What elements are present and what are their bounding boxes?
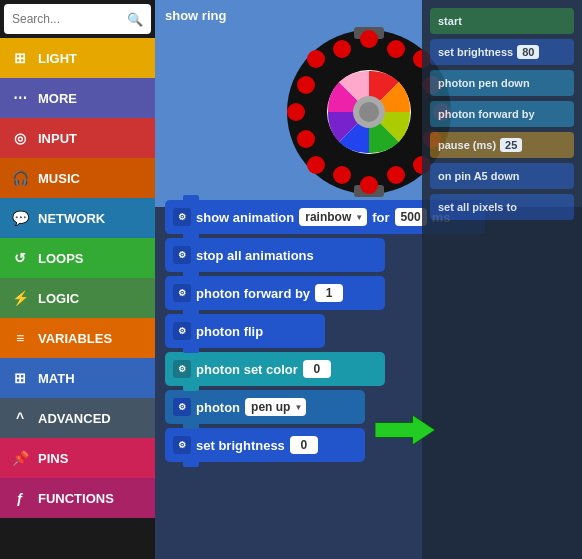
pins-icon: 📌 xyxy=(10,450,30,466)
sidebar-item-variables[interactable]: ≡VARIABLES xyxy=(0,318,155,358)
photon-forward-r-block: photon forward by xyxy=(430,101,574,127)
search-bar[interactable]: 🔍 xyxy=(4,4,151,34)
sidebar-item-label-pins: PINS xyxy=(38,451,68,466)
logic-icon: ⚡ xyxy=(10,290,30,306)
photon-forward-block[interactable]: ⚙ photon forward by 1 xyxy=(165,276,385,310)
more-icon: ⋯ xyxy=(10,90,30,106)
block-text: stop all animations xyxy=(196,248,314,263)
loops-icon: ↺ xyxy=(10,250,30,266)
sidebar-items: ⊞LIGHT⋯MORE◎INPUT🎧MUSIC💬NETWORK↺LOOPS⚡LO… xyxy=(0,38,155,518)
pen-dropdown[interactable]: pen up xyxy=(245,398,306,416)
variables-icon: ≡ xyxy=(10,330,30,346)
sidebar-item-label-logic: LOGIC xyxy=(38,291,79,306)
photon-pen-down-block: photon pen down xyxy=(430,70,574,96)
sidebar-item-network[interactable]: 💬NETWORK xyxy=(0,198,155,238)
sidebar-item-label-network: NETWORK xyxy=(38,211,105,226)
sidebar-item-label-advanced: ADVANCED xyxy=(38,411,111,426)
svg-marker-22 xyxy=(375,415,435,445)
block-icon: ⚙ xyxy=(173,436,191,454)
animation-dropdown[interactable]: rainbow xyxy=(299,208,367,226)
brightness-value[interactable]: 0 xyxy=(290,436,318,454)
input-icon: ◎ xyxy=(10,130,30,146)
for-text: for xyxy=(372,210,389,225)
pin-block: on pin A5 down xyxy=(430,163,574,189)
block-icon: ⚙ xyxy=(173,360,191,378)
start-block: start xyxy=(430,8,574,34)
sidebar-item-label-more: MORE xyxy=(38,91,77,106)
functions-icon: ƒ xyxy=(10,490,30,506)
sidebar-item-label-math: MATH xyxy=(38,371,75,386)
block-icon: ⚙ xyxy=(173,398,191,416)
sidebar-item-label-music: MUSIC xyxy=(38,171,80,186)
block-icon: ⚙ xyxy=(173,322,191,340)
block-icon: ⚙ xyxy=(173,246,191,264)
block-text: set brightness xyxy=(196,438,285,453)
sidebar-item-pins[interactable]: 📌PINS xyxy=(0,438,155,478)
rblock-text: set all pixels to xyxy=(438,201,517,213)
block-text: photon forward by xyxy=(196,286,310,301)
sidebar-item-label-functions: FUNCTIONS xyxy=(38,491,114,506)
advanced-icon: ^ xyxy=(10,410,30,426)
network-icon: 💬 xyxy=(10,210,30,226)
block-text: show animation xyxy=(196,210,294,225)
sidebar-item-light[interactable]: ⊞LIGHT xyxy=(0,38,155,78)
rblock-val: 25 xyxy=(500,138,522,152)
block-text: photon xyxy=(196,400,240,415)
photon-flip-block[interactable]: ⚙ photon flip xyxy=(165,314,325,348)
block-icon: ⚙ xyxy=(173,284,191,302)
color-value[interactable]: 0 xyxy=(303,360,331,378)
music-icon: 🎧 xyxy=(10,170,30,186)
sidebar-item-advanced[interactable]: ^ADVANCED xyxy=(0,398,155,438)
rblock-text: start xyxy=(438,15,462,27)
block-text: photon flip xyxy=(196,324,263,339)
sidebar-item-music[interactable]: 🎧MUSIC xyxy=(0,158,155,198)
sidebar-item-label-variables: VARIABLES xyxy=(38,331,112,346)
set-pixels-block: set all pixels to xyxy=(430,194,574,220)
forward-value[interactable]: 1 xyxy=(315,284,343,302)
sidebar-item-label-input: INPUT xyxy=(38,131,77,146)
sidebar-item-logic[interactable]: ⚡LOGIC xyxy=(0,278,155,318)
rblock-text: pause (ms) xyxy=(438,139,496,151)
sidebar-item-input[interactable]: ◎INPUT xyxy=(0,118,155,158)
rblock-text: photon forward by xyxy=(438,108,535,120)
photon-set-color-block[interactable]: ⚙ photon set color 0 xyxy=(165,352,385,386)
set-brightness-r-block: set brightness 80 xyxy=(430,39,574,65)
light-icon: ⊞ xyxy=(10,50,30,66)
rblock-text: photon pen down xyxy=(438,77,530,89)
math-icon: ⊞ xyxy=(10,370,30,386)
sidebar-item-loops[interactable]: ↺LOOPS xyxy=(0,238,155,278)
rblock-val: 80 xyxy=(517,45,539,59)
search-icon: 🔍 xyxy=(127,12,143,27)
set-brightness-block[interactable]: ⚙ set brightness 0 xyxy=(165,428,365,462)
pause-block: pause (ms) 25 xyxy=(430,132,574,158)
sidebar-item-label-light: LIGHT xyxy=(38,51,77,66)
block-icon: ⚙ xyxy=(173,208,191,226)
rblock-text: set brightness xyxy=(438,46,513,58)
search-input[interactable] xyxy=(12,12,125,26)
main-area: show ring xyxy=(155,0,582,559)
photon-pen-block[interactable]: ⚙ photon pen up xyxy=(165,390,365,424)
sidebar-item-label-loops: LOOPS xyxy=(38,251,84,266)
green-arrow xyxy=(375,410,435,450)
stop-animations-block[interactable]: ⚙ stop all animations xyxy=(165,238,385,272)
sidebar-item-math[interactable]: ⊞MATH xyxy=(0,358,155,398)
right-panel: start set brightness 80 photon pen down … xyxy=(422,0,582,559)
sidebar-item-more[interactable]: ⋯MORE xyxy=(0,78,155,118)
block-text: photon set color xyxy=(196,362,298,377)
sidebar: 🔍 ⊞LIGHT⋯MORE◎INPUT🎧MUSIC💬NETWORK↺LOOPS⚡… xyxy=(0,0,155,559)
sidebar-item-functions[interactable]: ƒFUNCTIONS xyxy=(0,478,155,518)
rblock-text: on pin A5 down xyxy=(438,170,519,182)
